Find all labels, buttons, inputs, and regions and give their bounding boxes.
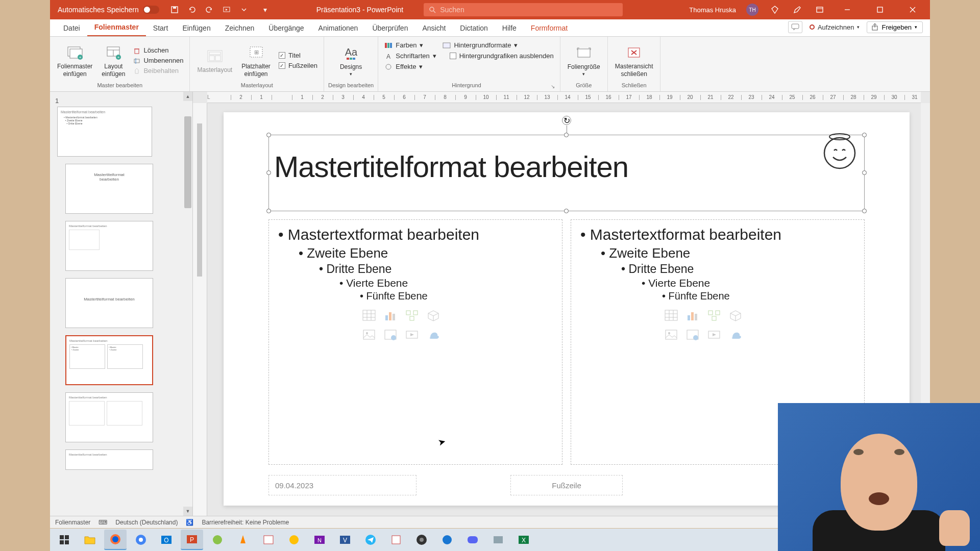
insert-video-icon[interactable] <box>403 327 421 343</box>
thumbnail-master[interactable]: Mastertitelformat bearbeiten• Mastertext… <box>57 107 152 157</box>
vlc-icon[interactable] <box>232 530 254 550</box>
resize-handle[interactable] <box>266 170 271 175</box>
insert-slide-master-button[interactable]: +Folienmaster einfügen <box>54 41 95 80</box>
tab-datei[interactable]: Datei <box>56 20 87 36</box>
resize-handle[interactable] <box>862 133 867 137</box>
diamond-icon[interactable] <box>769 4 781 16</box>
tab-einfuegen[interactable]: Einfügen <box>175 20 217 36</box>
tab-ansicht[interactable]: Ansicht <box>415 20 453 36</box>
excel-icon[interactable]: X <box>512 530 535 550</box>
insert-3d-icon[interactable] <box>424 307 443 323</box>
rotate-handle-icon[interactable]: ↻ <box>562 116 571 125</box>
start-from-beginning-icon[interactable] <box>222 5 232 15</box>
insert-picture-icon[interactable] <box>360 327 378 343</box>
app-icon-1[interactable] <box>206 530 229 550</box>
fonts-button[interactable]: ASchriftarten ▾ <box>382 52 438 60</box>
scroll-up-icon[interactable]: ▲ <box>183 92 192 101</box>
search-input[interactable]: Suchen <box>424 3 623 16</box>
tab-zeichnen[interactable]: Zeichnen <box>218 20 262 36</box>
window-icon[interactable] <box>814 4 826 16</box>
powerpoint-icon[interactable]: P <box>181 530 203 550</box>
insert-chart-icon[interactable] <box>381 307 400 323</box>
app-icon-6[interactable] <box>487 530 509 550</box>
insert-icon-icon[interactable] <box>424 327 443 343</box>
thumbnail-scrollbar[interactable]: ▲ ▼ <box>183 92 192 516</box>
resize-handle[interactable] <box>862 170 867 175</box>
tab-animationen[interactable]: Animationen <box>311 20 365 36</box>
slide-size-button[interactable]: Foliengröße▾ <box>565 42 603 79</box>
close-button[interactable] <box>901 0 924 19</box>
app-icon-v[interactable]: V <box>334 530 356 550</box>
insert-chart-icon[interactable] <box>683 307 702 323</box>
insert-table-icon[interactable] <box>360 307 378 323</box>
title-checkbox[interactable]: ✓Titel <box>277 51 320 60</box>
save-icon[interactable] <box>169 5 180 15</box>
insert-smartart-icon[interactable] <box>705 307 723 323</box>
insert-table-icon[interactable] <box>662 307 680 323</box>
tab-start[interactable]: Start <box>146 20 176 36</box>
telegram-icon[interactable] <box>359 530 382 550</box>
redo-icon[interactable] <box>204 5 214 15</box>
insert-3d-icon[interactable] <box>726 307 745 323</box>
footer-placeholder[interactable]: Fußzeile <box>510 475 623 495</box>
thumbnail-layout-3[interactable]: Mastertitelformat bearbeiten <box>65 278 153 328</box>
title-placeholder[interactable]: ↻ Mastertitelformat bearbeiten <box>268 135 865 211</box>
date-placeholder[interactable]: 09.04.2023 <box>268 475 416 495</box>
app-icon-2[interactable] <box>257 530 280 550</box>
thumbnail-layout-5[interactable]: Mastertitelformat bearbeiten <box>65 392 153 442</box>
onenote-icon[interactable]: N <box>308 530 331 550</box>
effects-button[interactable]: Effekte ▾ <box>382 62 425 71</box>
background-styles-button[interactable]: Hintergrundformate ▾ <box>440 41 520 49</box>
toggle-switch[interactable] <box>143 6 159 14</box>
more-icon[interactable] <box>239 5 249 15</box>
firefox-icon[interactable] <box>104 530 127 550</box>
footers-checkbox[interactable]: ✓Fußzeilen <box>277 61 320 70</box>
discord-icon[interactable] <box>461 530 484 550</box>
delete-button[interactable]: Löschen <box>131 46 185 55</box>
autosave-toggle[interactable]: Automatisches Speichern <box>58 6 159 14</box>
app-icon-4[interactable] <box>385 530 407 550</box>
insert-placeholder-button[interactable]: ⊞Platzhalter einfügen <box>238 41 274 80</box>
obs-icon[interactable] <box>410 530 433 550</box>
minimize-button[interactable] <box>836 0 859 19</box>
scroll-down-icon[interactable]: ▼ <box>183 507 192 516</box>
insert-video-icon[interactable] <box>705 327 723 343</box>
thumbnail-layout-1[interactable]: Mastertitelformatbearbeiten <box>65 164 153 214</box>
share-button[interactable]: Freigeben▾ <box>867 21 923 33</box>
scrollbar-thumb[interactable] <box>184 116 191 208</box>
status-language[interactable]: Deutsch (Deutschland) <box>115 519 178 526</box>
resize-handle[interactable] <box>266 209 271 213</box>
outlook-icon[interactable]: O <box>155 530 178 550</box>
themes-button[interactable]: AaDesigns▾ <box>337 42 365 79</box>
insert-layout-button[interactable]: +Layout einfügen <box>99 41 128 80</box>
dialog-launcher-icon[interactable]: ↘ <box>551 84 555 89</box>
thumbnail-layout-2[interactable]: Mastertitelformat bearbeiten <box>65 221 153 271</box>
tab-hilfe[interactable]: Hilfe <box>495 20 524 36</box>
resize-handle[interactable] <box>862 209 867 213</box>
keyboard-icon[interactable]: ⌨ <box>99 519 107 526</box>
comments-button[interactable] <box>788 21 802 33</box>
resize-handle[interactable] <box>564 209 569 213</box>
maximize-button[interactable] <box>869 0 891 19</box>
tab-formformat[interactable]: Formformat <box>524 20 575 36</box>
app-icon-3[interactable] <box>283 530 305 550</box>
thumbnail-layout-4-selected[interactable]: Mastertitelformat bearbeiten• Master • Z… <box>65 335 153 385</box>
user-avatar[interactable]: TH <box>746 4 758 16</box>
pen-icon[interactable] <box>791 4 803 16</box>
app-icon-5[interactable] <box>436 530 458 550</box>
user-name[interactable]: Thomas Hruska <box>689 6 736 14</box>
close-master-view-button[interactable]: Masteransicht schließen <box>612 41 656 80</box>
file-explorer-icon[interactable] <box>79 530 101 550</box>
rename-button[interactable]: Umbenennen <box>131 56 185 65</box>
smiley-icon[interactable] <box>821 133 859 170</box>
undo-icon[interactable] <box>187 5 197 15</box>
thumbnail-layout-6[interactable]: Mastertitelformat bearbeiten <box>65 449 153 470</box>
title-text[interactable]: Mastertitelformat bearbeiten <box>269 135 864 198</box>
start-button[interactable] <box>53 530 76 550</box>
accessibility-icon[interactable]: ♿ <box>186 519 193 526</box>
tab-dictation[interactable]: Dictation <box>453 20 495 36</box>
resize-handle[interactable] <box>564 133 569 137</box>
insert-icon-icon[interactable] <box>726 327 745 343</box>
colors-button[interactable]: Farben ▾ <box>382 41 425 49</box>
resize-handle[interactable] <box>266 133 271 137</box>
